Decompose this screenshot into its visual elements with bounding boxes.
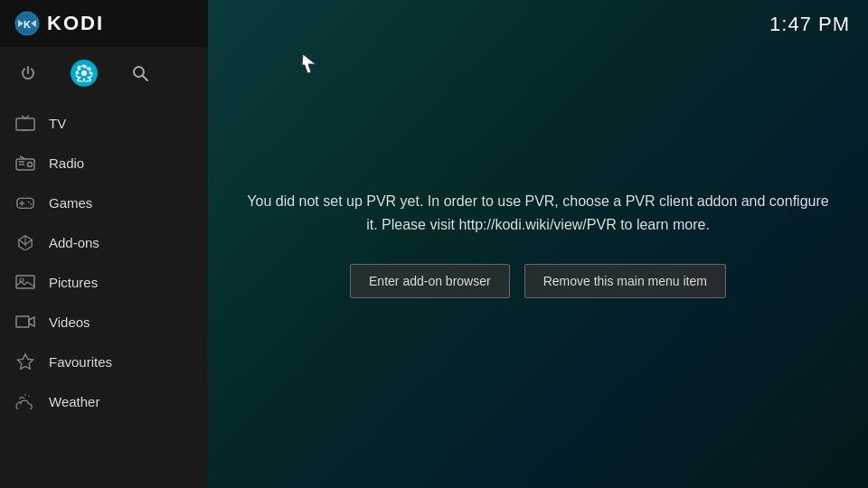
sidebar-item-addons[interactable]: Add-ons [0,222,208,262]
app-title: KODI [47,12,104,35]
main-content: 1:47 PM You did not set up PVR yet. In o… [208,0,868,488]
svg-rect-24 [16,316,29,327]
svg-line-26 [29,396,30,397]
pvr-message-text: You did not set up PVR yet. In order to … [244,190,832,236]
sidebar-item-videos-label: Videos [49,314,90,330]
favourites-icon [14,351,36,372]
sidebar-item-games[interactable]: Games [0,183,208,222]
games-icon [14,192,36,213]
sidebar-nav: TV Radio [0,99,208,488]
sidebar-item-weather-label: Weather [49,394,99,409]
svg-rect-22 [16,276,34,288]
addons-icon [14,231,36,253]
sidebar-item-radio-label: Radio [49,155,84,171]
tv-icon [14,112,36,134]
sidebar-item-videos[interactable]: Videos [0,302,208,342]
svg-point-20 [28,202,30,203]
settings-icon [75,64,93,82]
sidebar-header: K KODI [0,0,208,47]
search-icon [131,64,149,82]
enter-addon-browser-button[interactable]: Enter add-on browser [350,264,510,298]
svg-text:K: K [24,19,31,30]
sidebar-item-favourites-label: Favourites [49,354,112,370]
remove-menu-item-button[interactable]: Remove this main menu item [524,264,726,298]
sidebar-item-favourites[interactable]: Favourites [0,342,208,381]
pvr-content-area: You did not set up PVR yet. In order to … [208,0,868,488]
sidebar-item-games-label: Games [49,195,92,211]
sidebar-item-radio[interactable]: Radio [0,143,208,183]
pvr-actions: Enter add-on browser Remove this main me… [350,264,726,298]
svg-line-7 [143,76,148,81]
kodi-logo-icon: K [14,11,40,36]
time-display: 1:47 PM [769,13,850,36]
sidebar-item-pictures-label: Pictures [49,275,98,290]
search-button[interactable] [127,60,154,87]
sidebar-item-tv-label: TV [49,116,66,131]
power-button[interactable] [14,60,42,87]
sidebar-item-weather[interactable]: Weather [0,381,208,421]
settings-button[interactable] [71,60,98,87]
pictures-icon [14,271,36,293]
radio-icon [14,152,36,174]
sidebar-item-tv[interactable]: TV [0,103,208,143]
svg-point-5 [82,71,86,75]
top-icons-bar [0,47,208,99]
sidebar-item-pictures[interactable]: Pictures [0,262,208,302]
sidebar: K KODI [0,0,208,488]
sidebar-item-addons-label: Add-ons [49,235,99,250]
weather-icon [14,390,36,412]
svg-point-21 [31,203,33,205]
svg-point-23 [20,278,24,282]
svg-rect-8 [16,118,34,130]
power-icon [19,64,37,82]
svg-point-13 [28,163,33,167]
videos-icon [14,311,36,333]
